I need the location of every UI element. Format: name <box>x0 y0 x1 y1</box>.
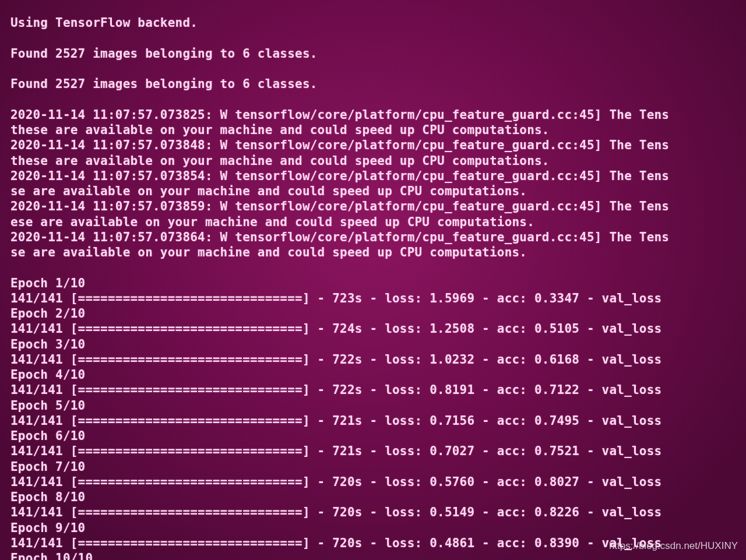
epoch-header: Epoch 5/10 <box>10 398 743 413</box>
tf-warning-tail: se are available on your machine and cou… <box>10 245 743 260</box>
tf-warning-tail: ese are available on your machine and co… <box>10 214 743 230</box>
log-line: Found 2527 images belonging to 6 classes… <box>10 76 743 91</box>
terminal-output[interactable]: Using TensorFlow backend. Found 2527 ima… <box>0 0 746 560</box>
tf-warning-line: 2020-11-14 11:07:57.073859: W tensorflow… <box>10 199 743 214</box>
tf-warning-line: 2020-11-14 11:07:57.073825: W tensorflow… <box>10 107 743 122</box>
tf-warning-line: 2020-11-14 11:07:57.073854: W tensorflow… <box>10 168 743 184</box>
epoch-header: Epoch 9/10 <box>10 520 743 536</box>
epoch-header: Epoch 1/10 <box>10 276 743 291</box>
tf-warning-line: 2020-11-14 11:07:57.073864: W tensorflow… <box>10 230 743 245</box>
epoch-progress: 141/141 [==============================]… <box>10 321 743 336</box>
epoch-progress: 141/141 [==============================]… <box>10 505 743 520</box>
epoch-header: Epoch 7/10 <box>10 459 743 474</box>
epoch-header: Epoch 10/10 <box>10 551 743 560</box>
epoch-header: Epoch 6/10 <box>10 428 743 443</box>
tf-warning-line: 2020-11-14 11:07:57.073848: W tensorflow… <box>10 138 743 153</box>
log-line: Using TensorFlow backend. <box>10 15 743 30</box>
watermark-text: https://blog.csdn.net/HUXINY <box>609 540 738 552</box>
epoch-progress: 141/141 [==============================]… <box>10 474 743 489</box>
tf-warning-tail: se are available on your machine and cou… <box>10 184 743 199</box>
epoch-progress: 141/141 [==============================]… <box>10 352 743 367</box>
epoch-progress: 141/141 [==============================]… <box>10 291 743 306</box>
log-line: Found 2527 images belonging to 6 classes… <box>10 46 743 61</box>
epoch-header: Epoch 8/10 <box>10 489 743 505</box>
epoch-progress: 141/141 [==============================]… <box>10 413 743 428</box>
tf-warning-tail: these are available on your machine and … <box>10 122 743 138</box>
epoch-progress: 141/141 [==============================]… <box>10 443 743 459</box>
epoch-progress: 141/141 [==============================]… <box>10 382 743 397</box>
epoch-header: Epoch 4/10 <box>10 367 743 382</box>
epoch-header: Epoch 2/10 <box>10 306 743 321</box>
epoch-header: Epoch 3/10 <box>10 337 743 352</box>
tf-warning-tail: these are available on your machine and … <box>10 153 743 168</box>
